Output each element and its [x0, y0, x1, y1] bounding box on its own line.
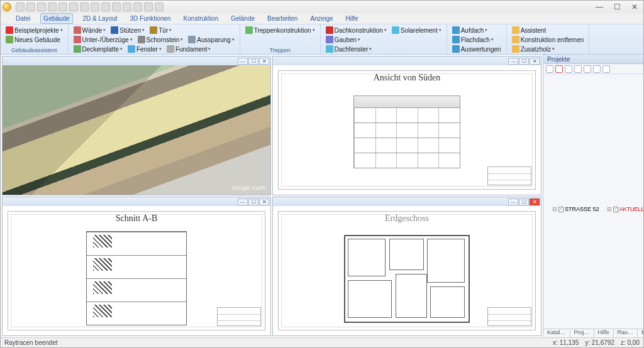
qat-icon[interactable] [144, 3, 153, 11]
ribbon-fenster[interactable]: Fenster▾ [126, 45, 163, 53]
pane-max-icon[interactable]: ☐ [519, 198, 529, 205]
ribbon-w-nde[interactable]: Wände▾ [72, 26, 108, 35]
pane-close-icon[interactable]: ✕ [530, 58, 540, 65]
pane-min-icon[interactable]: — [508, 58, 518, 65]
ribbon-label: Beispielprojekte [14, 27, 59, 34]
ribbon-unter-berz-ge[interactable]: Unter-/Überzüge▾ [72, 35, 134, 44]
chevron-down-icon: ▾ [103, 28, 106, 33]
close-button[interactable]: ✕ [626, 2, 643, 12]
render-3d[interactable] [3, 65, 270, 195]
qat-icon[interactable] [133, 3, 142, 11]
ribbon-zusatzholz[interactable]: Zusatzholz▾ [511, 45, 556, 53]
menu-konstruktion[interactable]: Konstruktion [181, 14, 221, 23]
ribbon-deckenplatte[interactable]: Deckenplatte▾ [72, 45, 124, 53]
qat-icon[interactable] [112, 3, 121, 11]
qat-icon[interactable] [80, 3, 89, 11]
tree-root[interactable]: STRASSE 52 [565, 206, 599, 213]
ribbon-neues-geb-ude[interactable]: Neues Gebäude [4, 35, 62, 44]
panel-tab[interactable]: Proj… [570, 329, 594, 337]
menu-hilfe[interactable]: Hilfe [343, 14, 361, 23]
view-title: Ansicht von Süden [273, 73, 541, 83]
ribbon-label: Fundament [175, 46, 208, 53]
viewport-floorplan: —☐✕ Erdgeschoss [272, 197, 541, 336]
pane-close-icon[interactable]: ✕ [259, 58, 269, 65]
project-tree[interactable]: ⊟✓STRASSE 52⊟✓AKTUELL⊟✓Kellergeschoss✓Gr… [543, 74, 643, 329]
ribbon-dachkonstruktion[interactable]: Dachkonstruktion▾ [325, 26, 388, 35]
ribbon-solarelement[interactable]: Solarelement▾ [391, 26, 443, 35]
qat-icon[interactable] [91, 3, 99, 11]
chevron-down-icon: ▾ [142, 28, 145, 33]
pane-min-icon[interactable]: — [238, 198, 248, 205]
panel-tab[interactable]: Rau… [614, 329, 638, 337]
ribbon-label: Zusatzholz [521, 46, 551, 53]
menu-gel-nde[interactable]: Gelände [228, 14, 257, 23]
viewport-section: —☐✕ Schnitt A-B [2, 197, 271, 336]
pane-close-icon[interactable]: ✕ [259, 198, 269, 205]
ribbon-konstruktion-entfernen[interactable]: Konstruktion entfernen [511, 35, 586, 44]
tree-aktuell[interactable]: AKTUELL [619, 206, 643, 213]
ribbon-treppenkonstruktion[interactable]: Treppenkonstruktion▾ [244, 26, 316, 35]
pane-close-icon[interactable]: ✕ [530, 198, 540, 205]
chevron-down-icon: ▾ [169, 28, 172, 33]
chevron-down-icon: ▾ [552, 46, 555, 52]
menu-anzeige[interactable]: Anzeige [308, 14, 335, 23]
ribbon-aussparung[interactable]: Aussparung▾ [187, 35, 235, 44]
qat-icon[interactable] [155, 3, 164, 11]
panel-tab[interactable]: Hilfe [594, 329, 614, 337]
app-window: — ☐ ✕ DateiGebäude2D & Layout3D Funktion… [0, 0, 644, 348]
minimize-button[interactable]: — [591, 2, 608, 12]
ribbon-st-tzen[interactable]: Stützen▾ [109, 26, 146, 35]
ribbon-fundament[interactable]: Fundament▾ [165, 45, 213, 53]
toolbar-icon[interactable] [593, 65, 601, 73]
toolbar-icon[interactable] [584, 65, 591, 73]
pane-min-icon[interactable]: — [508, 198, 518, 205]
pane-max-icon[interactable]: ☐ [248, 58, 258, 65]
view-title: Erdgeschoss [273, 214, 541, 224]
ribbon-label: Assistent [521, 27, 547, 34]
chevron-down-icon: ▾ [208, 46, 211, 52]
menu-bearbeiten[interactable]: Bearbeiten [265, 14, 300, 23]
maximize-button[interactable]: ☐ [608, 2, 626, 12]
ribbon-label: Aufdach [461, 27, 484, 34]
qat-icon[interactable] [37, 3, 46, 11]
panel-tab[interactable]: Katal… [543, 329, 570, 337]
pane-min-icon[interactable]: — [238, 58, 248, 65]
qat-icon[interactable] [123, 3, 131, 11]
ribbon-flachdach[interactable]: Flachdach▾ [451, 35, 495, 44]
toolbar-icon[interactable] [555, 65, 563, 73]
menu-geb-ude[interactable]: Gebäude [40, 13, 72, 24]
ribbon-icon [6, 26, 13, 34]
chevron-down-icon: ▾ [232, 37, 235, 42]
menu--d-funktionen[interactable]: 3D Funktionen [128, 14, 174, 23]
ribbon-auswertungen[interactable]: Auswertungen [451, 45, 502, 53]
panel-tab[interactable]: Mass… [638, 329, 644, 337]
toolbar-icon[interactable] [546, 65, 553, 73]
toolbar-icon[interactable] [602, 65, 610, 73]
section-drawing[interactable] [86, 231, 187, 325]
pane-max-icon[interactable]: ☐ [248, 198, 258, 205]
ribbon-label: Unter-/Überzüge [82, 36, 129, 43]
qat-icon[interactable] [26, 3, 35, 11]
qat-icon[interactable] [69, 3, 78, 11]
toolbar-icon[interactable] [574, 65, 582, 73]
elevation-drawing[interactable] [353, 95, 460, 177]
qat-icon[interactable] [101, 3, 110, 11]
status-message: Raytracen beendet [4, 339, 58, 346]
ribbon-assistent[interactable]: Assistent [511, 26, 548, 35]
chevron-down-icon: ▾ [384, 28, 387, 33]
ribbon-schornstein[interactable]: Schornstein▾ [136, 35, 185, 44]
ribbon-gauben[interactable]: Gauben▾ [325, 35, 362, 44]
titleblock [487, 166, 531, 185]
pane-max-icon[interactable]: ☐ [519, 58, 529, 65]
qat-icon[interactable] [48, 3, 57, 11]
floorplan-drawing[interactable] [344, 235, 470, 323]
qat-icon[interactable] [58, 3, 67, 11]
toolbar-icon[interactable] [565, 65, 572, 73]
menu-datei[interactable]: Datei [13, 14, 33, 23]
ribbon-aufdach[interactable]: Aufdach▾ [451, 26, 489, 35]
ribbon-beispielprojekte[interactable]: Beispielprojekte▾ [4, 26, 64, 35]
ribbon-t-r[interactable]: Tür▾ [148, 26, 173, 35]
menu--d-layout[interactable]: 2D & Layout [80, 14, 120, 23]
ribbon-dachfenster[interactable]: Dachfenster▾ [325, 45, 374, 53]
qat-icon[interactable] [16, 3, 25, 11]
